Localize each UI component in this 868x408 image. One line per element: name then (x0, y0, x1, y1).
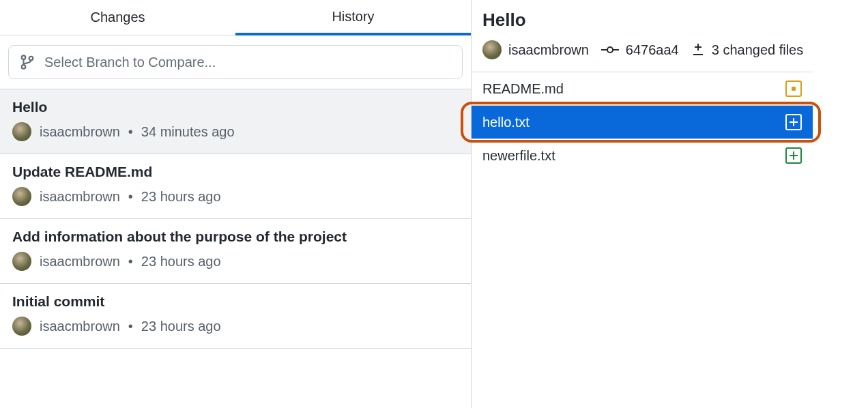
commit-meta: isaacmbrown • 23 hours ago (12, 317, 459, 336)
commit-icon (601, 44, 619, 55)
file-status-modified-icon (785, 81, 802, 97)
commit-detail-meta: isaacmbrown 6476aa4 (482, 40, 857, 59)
file-name: README.md (482, 81, 564, 97)
svg-point-1 (22, 65, 26, 69)
commit-meta: isaacmbrown • 23 hours ago (12, 252, 459, 271)
tab-changes-label: Changes (90, 10, 145, 25)
commit-author: isaacmbrown (40, 189, 120, 205)
avatar (12, 122, 31, 141)
changed-files-count: 3 changed files (712, 42, 804, 58)
commit-time: 23 hours ago (141, 189, 221, 205)
separator: • (128, 254, 133, 269)
commit-title: Update README.md (12, 164, 459, 180)
commit-meta: isaacmbrown • 34 minutes ago (12, 122, 459, 141)
commit-title: Hello (12, 99, 459, 115)
tab-bar: Changes History (0, 0, 471, 35)
separator: • (128, 124, 133, 140)
file-name: newerfile.txt (482, 148, 555, 164)
file-status-added-icon (785, 147, 802, 164)
avatar (12, 317, 31, 336)
commit-time: 23 hours ago (141, 319, 221, 334)
commit-detail-panel: Hello isaacmbrown 6476aa4 (472, 0, 868, 408)
author-group: isaacmbrown (482, 40, 589, 59)
separator: • (128, 319, 133, 334)
commit-title: Add information about the purpose of the… (12, 229, 459, 245)
commit-time: 23 hours ago (141, 254, 221, 269)
sha-group[interactable]: 6476aa4 (601, 42, 679, 58)
svg-point-0 (22, 55, 26, 59)
commit-author: isaacmbrown (40, 124, 120, 140)
file-row[interactable]: hello.txt (472, 106, 813, 139)
changed-files-list: README.md hello.txt newerfile.txt (472, 72, 813, 172)
commit-item[interactable]: Hello isaacmbrown • 34 minutes ago (0, 89, 471, 154)
changed-files-group[interactable]: 3 changed files (691, 42, 804, 58)
tab-history-label: History (332, 9, 374, 25)
avatar (482, 40, 502, 59)
svg-point-3 (607, 47, 613, 53)
tab-changes[interactable]: Changes (0, 0, 235, 35)
commit-item[interactable]: Add information about the purpose of the… (0, 219, 471, 284)
commit-detail-author: isaacmbrown (508, 42, 589, 58)
commit-sha: 6476aa4 (626, 42, 679, 58)
commit-item[interactable]: Update README.md isaacmbrown • 23 hours … (0, 154, 471, 219)
tab-history[interactable]: History (235, 0, 471, 35)
file-name: hello.txt (482, 115, 530, 130)
file-row[interactable]: README.md (472, 72, 813, 106)
commit-author: isaacmbrown (40, 254, 120, 269)
commit-detail-title: Hello (482, 10, 857, 31)
diff-icon (691, 43, 705, 57)
avatar (12, 252, 31, 271)
commit-meta: isaacmbrown • 23 hours ago (12, 187, 459, 206)
branch-compare-placeholder: Select Branch to Compare... (44, 55, 216, 70)
branch-compare-select[interactable]: Select Branch to Compare... (8, 45, 463, 79)
commit-detail-header: Hello isaacmbrown 6476aa4 (472, 0, 868, 72)
avatar (12, 187, 31, 206)
file-status-added-icon (785, 114, 802, 130)
separator: • (128, 189, 133, 205)
commit-item[interactable]: Initial commit isaacmbrown • 23 hours ag… (0, 284, 471, 349)
svg-point-2 (29, 57, 33, 61)
git-branch-icon (20, 54, 35, 70)
file-row[interactable]: newerfile.txt (472, 139, 813, 172)
commit-author: isaacmbrown (40, 319, 120, 334)
commit-title: Initial commit (12, 293, 459, 310)
commit-time: 34 minutes ago (141, 124, 235, 140)
history-panel: Changes History Select Branch to Compare… (0, 0, 472, 408)
commit-list: Hello isaacmbrown • 34 minutes ago Updat… (0, 89, 471, 349)
